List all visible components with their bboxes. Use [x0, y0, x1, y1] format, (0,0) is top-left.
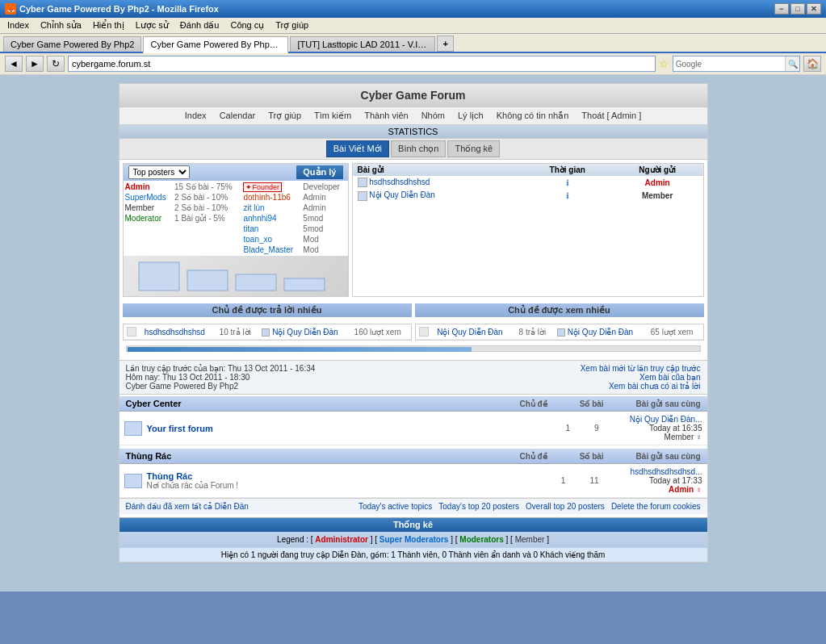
topic-forum-1[interactable]: Nội Quy Diễn Đàn: [272, 328, 338, 337]
tab-1[interactable]: Cyber Game Powered By Php2: [3, 36, 141, 52]
top20-posters-link[interactable]: Today's top 20 posters: [438, 502, 519, 511]
topic-row-1: hsdhsdhsdhshsd 10 trả lời Nội Quy Diễn Đ…: [124, 324, 411, 340]
menu-help[interactable]: Trợ giúp: [273, 19, 311, 31]
dividers-row: Chủ đề được trả lời nhiều Chủ đề được xe…: [123, 300, 704, 320]
nav-members[interactable]: Thành viên: [364, 111, 408, 121]
progress-bar-container: [126, 345, 701, 352]
tab-poll[interactable]: Bình chọn: [391, 140, 446, 157]
now-text: Hôm nay: Thu 13 Oct 2011 - 18:30: [126, 373, 316, 382]
poster-user-titan[interactable]: titan: [243, 224, 258, 233]
bookmark-star-icon[interactable]: ☆: [659, 57, 669, 70]
poster-name-supermods: SuperMods: [125, 193, 166, 202]
forum-info-1: Your first forum: [147, 424, 566, 433]
tabs-bar: Cyber Game Powered By Php2 Cyber Game Po…: [0, 34, 826, 53]
info-icon-2[interactable]: ℹ: [566, 191, 569, 200]
last-post-user-2[interactable]: Admin ♀: [606, 485, 702, 494]
stats-tabs: Bài Viết Mới Bình chọn Thống kê: [119, 139, 707, 160]
address-input[interactable]: [68, 56, 656, 72]
search-engine-label: Google: [673, 59, 704, 69]
back-button[interactable]: ◄: [5, 56, 23, 72]
search-input[interactable]: [704, 56, 785, 71]
last-post-user-1[interactable]: Member ♀: [606, 433, 702, 441]
top-posters-select[interactable]: Top posters: [128, 165, 190, 179]
mark-all-read[interactable]: Đánh dấu đã xem tất cả Diễn Đàn: [126, 502, 249, 511]
poster-stats-member: 2 Số bài - 10%: [174, 203, 241, 212]
new-posts-link[interactable]: Xem bài mới từ lần truy cập trước: [581, 364, 701, 373]
poster-row-blade: Blade_Master Mod: [125, 245, 346, 254]
poster-name-moderator: Moderator: [125, 214, 162, 223]
poster-role-toanxo: Mod: [303, 235, 346, 244]
nav-search[interactable]: Tìm kiếm: [314, 111, 351, 121]
last-post-time-1: Today at 16:35: [606, 424, 702, 433]
my-posts-link[interactable]: Xem bài cũa bạn: [639, 373, 701, 382]
minimize-button[interactable]: −: [774, 3, 789, 15]
nav-index[interactable]: Index: [185, 111, 207, 121]
rank2-sender: Member: [612, 189, 703, 202]
menu-tools[interactable]: Công cụ: [228, 19, 266, 31]
tab-3-label: [TUT] Lasttopic LAD 2011 - V.I.P Last: [297, 40, 435, 49]
tab-statistics[interactable]: Thống kê: [447, 140, 500, 157]
menu-bookmarks[interactable]: Đánh dấu: [178, 19, 222, 31]
legend-separator-5: ]: [547, 535, 549, 544]
poster-user-dothinh[interactable]: dothinh-11b6: [243, 193, 290, 202]
menu-history[interactable]: Lược sử: [133, 19, 171, 31]
col-last-1: Bài gửi sau cùng: [636, 399, 701, 408]
delete-cookies-link[interactable]: Delete the forum cookies: [611, 502, 701, 511]
svg-rect-2: [236, 274, 276, 291]
topic-link-1[interactable]: hsdhsdhsdhshsd: [145, 328, 205, 337]
progress-bar-fill: [128, 347, 472, 352]
nav-calendar[interactable]: Calendar: [220, 111, 256, 121]
home-button[interactable]: 🏠: [803, 56, 821, 72]
online-info: Hiện có 1 người đang truy cập Diễn Đàn, …: [119, 547, 707, 562]
forum-last-post-2: hsdhsdhsdhsdhsd... Today at 17:33 Admin …: [606, 467, 702, 494]
menu-file[interactable]: Index: [5, 19, 31, 31]
category-cyber-center: Cyber Center Chủ đề Số bài Bài gửi sau c…: [119, 396, 707, 412]
overall-top20-link[interactable]: Overall top 20 posters: [526, 502, 605, 511]
top-section: Top posters Quản lý Admin 15 Số bài - 75…: [123, 163, 704, 297]
nav-messages[interactable]: Không có tin nhắn: [497, 111, 569, 121]
tab-2[interactable]: Cyber Game Powered By Php2 - Welcom...: [143, 36, 288, 53]
unanswered-link[interactable]: Xem bài chưa có ai trả lời: [609, 382, 701, 391]
maximize-button[interactable]: □: [790, 3, 805, 15]
poster-user-zitlun[interactable]: zit lùn: [243, 203, 264, 212]
poster-user-blade[interactable]: Blade_Master: [243, 245, 293, 254]
last-post-topic-2[interactable]: hsdhsdhsdhsdhsd...: [606, 467, 702, 476]
refresh-button[interactable]: ↻: [47, 56, 65, 72]
topic-row-2: Nội Quy Diễn Đàn 8 trả lời Nội Quy Diễn …: [416, 324, 703, 340]
poster-name-member: Member: [125, 203, 155, 212]
rank1-topic-link[interactable]: hsdhsdhsdhshsd: [369, 178, 430, 186]
active-topics-link[interactable]: Today's active topics: [358, 502, 432, 511]
legend-separator-4: ] [: [506, 535, 515, 544]
legend-moderators: Moderators: [459, 535, 503, 544]
nav-help[interactable]: Trợ giúp: [268, 111, 301, 121]
poster-user-toanxo[interactable]: toan_xo: [243, 235, 272, 244]
new-tab-button[interactable]: +: [437, 36, 453, 52]
menu-view[interactable]: Hiển thị: [90, 19, 127, 31]
nav-profile[interactable]: Lý lịch: [458, 111, 484, 121]
topic-forum-2[interactable]: Nội Quy Diễn Đàn: [568, 328, 633, 337]
nav-logout[interactable]: Thoát [ Admin ]: [581, 111, 641, 121]
menu-edit[interactable]: Chỉnh sửa: [38, 19, 84, 31]
search-button[interactable]: 🔍: [785, 56, 799, 71]
rank2-topic-link[interactable]: Nội Quy Diễn Đàn: [369, 190, 434, 199]
forum-title-2[interactable]: Thùng Rác: [147, 471, 561, 481]
info-icon-1[interactable]: ℹ: [566, 178, 569, 187]
tab-new-posts[interactable]: Bài Viết Mới: [326, 140, 389, 157]
recent-replied-box: hsdhsdhsdhshsd 10 trả lời Nội Quy Diễn Đ…: [123, 324, 412, 341]
visit-info-right: Xem bài mới từ lần truy cập trước Xem bà…: [581, 364, 701, 391]
address-bar: ◄ ► ↻ ☆ Google 🔍 🏠: [0, 53, 826, 75]
ranks-box: Bài gửi Thời gian Người gửi hsdhsdhsdhsh: [352, 163, 704, 297]
last-post-topic-1[interactable]: Nội Quy Diễn Đàn...: [606, 415, 702, 424]
category-cols-1: Chủ đề Số bài Bài gửi sau cùng: [519, 399, 700, 408]
tab-3[interactable]: [TUT] Lasttopic LAD 2011 - V.I.P Last: [290, 36, 435, 52]
close-button[interactable]: ✕: [807, 3, 821, 15]
manage-label: Quản lý: [296, 165, 342, 179]
forum-title-1[interactable]: Your first forum: [147, 424, 566, 433]
col-nguoi-gui: Người gửi: [612, 164, 703, 176]
topic-icon-2: [419, 327, 429, 337]
poster-user-anhnhi[interactable]: anhnhi94: [243, 214, 276, 223]
forward-button[interactable]: ►: [26, 56, 44, 72]
nav-groups[interactable]: Nhóm: [421, 111, 445, 121]
poster-row-supermods: SuperMods 2 Số bài - 10% dothinh-11b6 Ad…: [125, 193, 346, 202]
topic-link-2[interactable]: Nội Quy Diễn Đàn: [437, 328, 502, 337]
